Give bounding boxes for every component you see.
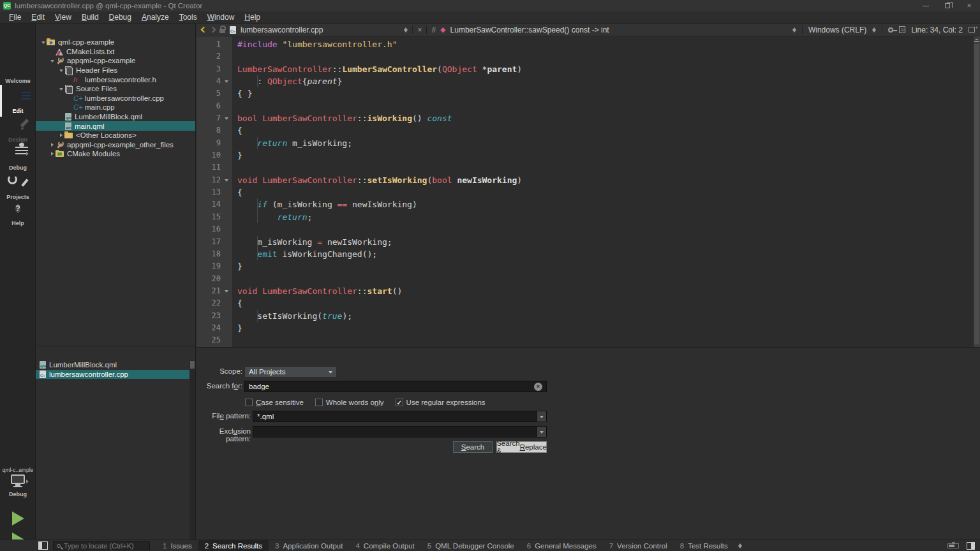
open-document-lumbermillblock-qml[interactable]: qmLumberMillBlock.qml	[36, 360, 195, 370]
chevron-down-icon[interactable]	[40, 39, 46, 46]
output-tab-version-control[interactable]: 7Version Control	[603, 540, 674, 551]
fold-marker-icon[interactable]	[221, 285, 232, 297]
output-tab-test-results[interactable]: 8Test Results	[674, 540, 734, 551]
line-number[interactable]: 24	[197, 322, 221, 334]
tree-item-lumbersawcontroller-h[interactable]: hlumbersawcontroller.h	[36, 75, 195, 84]
line-number[interactable]: 8	[197, 124, 221, 136]
mode-projects[interactable]: Projects	[0, 175, 36, 200]
toggle-right-sidebar-icon[interactable]	[967, 542, 975, 550]
line-number[interactable]: 13	[197, 186, 221, 198]
line-number[interactable]: 15	[197, 211, 221, 223]
line-number[interactable]: 18	[197, 248, 221, 260]
line-number[interactable]: 9	[197, 137, 221, 149]
menu-tools[interactable]: Tools	[174, 11, 202, 23]
kit-selector[interactable]: Debug	[0, 474, 36, 497]
line-ending-select[interactable]: Windows (CRLF)	[808, 26, 866, 34]
back-icon[interactable]	[201, 27, 207, 33]
file-pattern-input[interactable]: *.qml	[253, 411, 537, 422]
line-number[interactable]: 5	[197, 87, 221, 99]
output-tab-general-messages[interactable]: 6General Messages	[521, 540, 603, 551]
code-text-area[interactable]: 1#include "lumbersawcontroller.h"23Lumbe…	[197, 36, 974, 347]
chevron-right-icon[interactable]	[49, 143, 55, 147]
lock-icon[interactable]	[219, 29, 225, 33]
tree-item-appqml-cpp-example[interactable]: appqml-cpp-example	[36, 56, 195, 66]
split-editor-icon[interactable]	[969, 27, 975, 33]
output-panes-arrows-icon[interactable]	[738, 541, 742, 550]
tree-item-cmake-modules[interactable]: CMake Modules	[36, 149, 195, 159]
key-icon[interactable]	[888, 27, 893, 33]
scrollbar-thumb[interactable]	[974, 44, 979, 344]
tree-item-main-qml[interactable]: qmmain.qml	[36, 121, 195, 131]
chevron-right-icon[interactable]	[49, 152, 55, 156]
search-input[interactable]: badge ×	[244, 381, 547, 392]
close-document-icon[interactable]: ×	[417, 26, 422, 34]
chevron-down-icon[interactable]	[58, 85, 64, 92]
line-number[interactable]: 12	[197, 174, 221, 186]
output-tab-application-output[interactable]: 3Application Output	[269, 540, 349, 551]
use-regex-checkbox[interactable]: ✓ Use regular expressions	[396, 397, 486, 408]
mode-edit[interactable]: Edit	[0, 89, 36, 114]
tree-item-lumbersawcontroller-cpp[interactable]: C+lumbersawcontroller.cpp	[36, 94, 195, 103]
scope-select[interactable]: All Projects	[244, 366, 337, 378]
fold-marker-icon[interactable]	[221, 75, 232, 87]
file-pattern-dropdown-icon[interactable]	[537, 411, 547, 422]
annotation-toggle-icon[interactable]	[974, 38, 979, 42]
line-number[interactable]: 16	[197, 223, 221, 235]
line-number[interactable]: 21	[197, 285, 221, 297]
line-number[interactable]: 25	[197, 334, 221, 346]
line-number[interactable]: 2	[197, 50, 221, 62]
line-number[interactable]: 22	[197, 297, 221, 309]
output-tab-search-results[interactable]: 2Search Results	[198, 540, 269, 551]
output-tab-qml-debugger-console[interactable]: 5QML Debugger Console	[421, 540, 521, 551]
exclusion-pattern-dropdown-icon[interactable]	[537, 426, 547, 437]
locator-input[interactable]: Type to locate (Ctrl+K)	[53, 541, 150, 550]
open-document-lumbersawcontroller-cpp[interactable]: C+lumbersawcontroller.cpp	[36, 370, 195, 379]
minimize-button[interactable]	[915, 0, 937, 11]
open-file-name[interactable]: lumbersawcontroller.cpp	[241, 26, 323, 34]
tree-item-appqml-cpp-example-other-files[interactable]: appqml-cpp-example_other_files	[36, 140, 195, 150]
clear-search-icon[interactable]: ×	[534, 383, 542, 391]
line-number[interactable]: 17	[197, 236, 221, 248]
close-button[interactable]: ×	[958, 0, 980, 11]
menu-help[interactable]: Help	[239, 11, 265, 23]
document-properties-icon[interactable]	[899, 26, 905, 33]
line-number[interactable]: 19	[197, 260, 221, 272]
output-tab-compile-output[interactable]: 4Compile Output	[349, 540, 420, 551]
line-number[interactable]: 10	[197, 149, 221, 161]
chevron-down-icon[interactable]	[49, 57, 55, 64]
search-replace-button[interactable]: Search & Replace	[496, 441, 547, 453]
whole-words-checkbox[interactable]: Whole words only	[315, 397, 384, 408]
menu-file[interactable]: File	[4, 11, 26, 23]
line-number[interactable]: 1	[197, 38, 221, 50]
menu-build[interactable]: Build	[77, 11, 104, 23]
menu-window[interactable]: Window	[202, 11, 240, 23]
fold-marker-icon[interactable]	[221, 174, 232, 186]
case-sensitive-checkbox[interactable]: Case sensitive	[245, 397, 304, 408]
tree-item-cmakelists-txt[interactable]: CMakeLists.txt	[36, 47, 195, 57]
fold-marker-icon[interactable]	[221, 112, 232, 124]
tree-item-header-files[interactable]: Header Files	[36, 66, 195, 75]
line-number[interactable]: 20	[197, 273, 221, 285]
mode-help[interactable]: ? Help	[0, 203, 36, 226]
open-documents-scrollbar[interactable]	[189, 360, 195, 540]
forward-icon[interactable]	[210, 27, 216, 33]
line-number[interactable]: 23	[197, 310, 221, 322]
search-button[interactable]: Search	[453, 441, 493, 453]
line-number[interactable]: 3	[197, 63, 221, 75]
line-number[interactable]: 4	[197, 75, 221, 87]
menu-analyze[interactable]: Analyze	[137, 11, 174, 23]
current-symbol[interactable]: LumberSawController::sawSpeed() const ->…	[450, 26, 609, 34]
tree-item-lumbermillblock-qml[interactable]: qmLumberMillBlock.qml	[36, 112, 195, 122]
chevron-down-icon[interactable]	[58, 67, 64, 74]
exclusion-pattern-input[interactable]	[253, 426, 537, 437]
mode-welcome[interactable]: Welcome	[0, 61, 36, 84]
tree-item-qml-cpp-example[interactable]: qml-cpp-example	[36, 38, 195, 47]
line-number[interactable]: 14	[197, 198, 221, 210]
output-tab-issues[interactable]: 1Issues	[156, 540, 198, 551]
toggle-left-sidebar-icon[interactable]	[38, 541, 48, 550]
tree-item-source-files[interactable]: Source Files	[36, 84, 195, 94]
line-ending-arrows-icon[interactable]	[872, 26, 876, 34]
editor-scrollbar[interactable]	[974, 36, 980, 347]
file-dropdown-arrows-icon[interactable]	[404, 26, 408, 34]
mode-debug[interactable]: Debug	[0, 145, 36, 171]
